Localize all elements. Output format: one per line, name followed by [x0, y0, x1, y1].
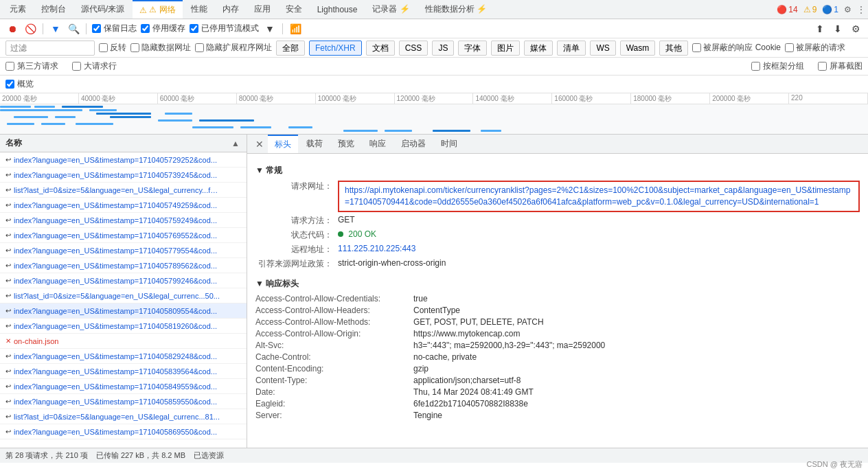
tab-timing[interactable]: 时间 — [434, 135, 464, 153]
warning-badge: ⚠ 9 — [803, 5, 817, 14]
tick-9: 180000 毫秒 — [631, 93, 710, 104]
tab-memory[interactable]: 内存 — [216, 0, 246, 19]
img-filter-btn[interactable]: 图片 — [491, 41, 520, 56]
toolbar-divider-2 — [86, 23, 87, 34]
main-area: 名称 ▲ ↩ index?language=en_US&timestamp=17… — [0, 135, 868, 448]
tab-application[interactable]: 应用 — [247, 0, 277, 19]
tab-lighthouse[interactable]: Lighthouse — [310, 0, 365, 19]
tick-11: 220 — [789, 93, 868, 104]
list-item[interactable]: ↩ index?language=en_US&timestamp=1710405… — [0, 364, 247, 379]
upload-icon[interactable]: ⬆ — [813, 22, 827, 36]
list-item[interactable]: ↩ index?language=en_US&timestamp=1710405… — [0, 198, 247, 213]
other-filter-btn[interactable]: 其他 — [659, 41, 688, 56]
search-icon[interactable]: 🔍 — [67, 22, 80, 36]
tab-response[interactable]: 响应 — [363, 135, 393, 153]
waterfall-chart — [0, 104, 868, 135]
screenshot-checkbox[interactable]: 屏幕截图 — [818, 60, 863, 72]
preserve-log-checkbox[interactable]: 保留日志 — [92, 23, 137, 34]
request-icon: ↩ — [5, 216, 11, 224]
doc-filter-btn[interactable]: 文档 — [366, 41, 395, 56]
list-item[interactable]: ↩ index?language=en_US&timestamp=1710405… — [0, 319, 247, 334]
tab-elements[interactable]: 元素 — [3, 0, 33, 19]
blocked-requests-checkbox[interactable]: 被屏蔽的请求 — [785, 42, 845, 54]
blocked-cookies-checkbox[interactable]: 被屏蔽的响应 Cookie — [692, 42, 781, 54]
tab-payload[interactable]: 载荷 — [299, 135, 330, 153]
third-party-checkbox[interactable]: 第三方请求 — [5, 60, 58, 72]
request-list-panel: 名称 ▲ ↩ index?language=en_US&timestamp=17… — [0, 135, 247, 448]
tab-preview[interactable]: 预览 — [331, 135, 361, 153]
tab-network[interactable]: ⚠ ⚠ 网络 — [133, 0, 182, 19]
css-filter-btn[interactable]: CSS — [399, 41, 429, 56]
list-item[interactable]: ↩ index?language=en_US&timestamp=1710405… — [0, 394, 247, 409]
settings-icon[interactable]: ⚙ — [844, 5, 852, 14]
svg-rect-11 — [199, 119, 254, 122]
list-item[interactable]: ↩ index?language=en_US&timestamp=1710405… — [0, 213, 247, 228]
record-button[interactable]: ⏺ — [5, 22, 19, 36]
list-item[interactable]: ↩ index?language=en_US&timestamp=1710405… — [0, 258, 247, 273]
list-item[interactable]: ↩ list?last_id=0&size=5&language=en_US&l… — [0, 409, 247, 424]
filter-input[interactable] — [5, 41, 95, 56]
wasm-filter-btn[interactable]: Wasm — [620, 41, 656, 56]
list-item[interactable]: ↩ list?last_id=0&size=5&language=en_US&l… — [0, 183, 247, 198]
font-filter-btn[interactable]: 字体 — [458, 41, 487, 56]
clear-filter-btn[interactable]: 清单 — [557, 41, 586, 56]
download-icon[interactable]: ⬇ — [831, 22, 845, 36]
filter-icon[interactable]: ▼ — [49, 22, 62, 36]
tab-sources[interactable]: 源代码/来源 — [74, 0, 131, 19]
general-section-header[interactable]: ▼ 常规 — [255, 165, 860, 176]
wifi-icon[interactable]: 📶 — [288, 22, 302, 36]
disable-cache-checkbox[interactable]: 停用缓存 — [141, 23, 185, 34]
throttle-dropdown[interactable]: ▼ — [263, 22, 277, 36]
settings2-icon[interactable]: ⚙ — [849, 22, 863, 36]
hide-data-urls-checkbox[interactable]: 隐藏数据网址 — [130, 42, 191, 54]
hide-ext-urls-checkbox[interactable]: 隐藏扩展程序网址 — [195, 42, 272, 54]
svg-rect-15 — [192, 126, 233, 128]
list-item[interactable]: ↩ index?language=en_US&timestamp=1710405… — [0, 349, 247, 364]
tick-5: 100000 毫秒 — [316, 93, 395, 104]
request-icon: ↩ — [5, 292, 11, 299]
network-warn-icon: ⚠ — [139, 5, 147, 15]
list-item[interactable]: ↩ index?language=en_US&timestamp=1710405… — [0, 243, 247, 258]
media-filter-btn[interactable]: 媒体 — [524, 41, 553, 56]
list-item-error[interactable]: ✕ on-chain.json — [0, 334, 247, 349]
toolbar-divider-1 — [43, 23, 43, 34]
tab-headers[interactable]: 标头 — [268, 135, 298, 153]
group-by-frame-checkbox[interactable]: 按框架分组 — [751, 60, 804, 72]
request-icon: ↩ — [5, 413, 11, 420]
tab-initiator[interactable]: 启动器 — [394, 135, 433, 153]
ws-filter-btn[interactable]: WS — [590, 41, 615, 56]
csdn-watermark: CSDN @ 夜无寤 — [807, 459, 863, 463]
list-item[interactable]: ↩ index?language=en_US&timestamp=1710405… — [0, 379, 247, 394]
overview-checkbox[interactable]: 概览 — [5, 78, 34, 90]
resp-header-10: Server: Tengine — [255, 411, 860, 420]
referrer-policy-label: 引荐来源网址政策： — [255, 258, 338, 270]
tab-performance-insights[interactable]: 性能数据分析 ⚡ — [418, 0, 494, 19]
list-item[interactable]: ↩ index?language=en_US&timestamp=1710405… — [0, 273, 247, 288]
list-item[interactable]: ↩ list?last_id=0&size=5&language=en_US&l… — [0, 288, 247, 303]
more-icon[interactable]: ⋮ — [857, 5, 865, 14]
close-detail-button[interactable]: ✕ — [253, 137, 266, 151]
request-icon: ↩ — [5, 428, 11, 435]
reverse-checkbox[interactable]: 反转 — [99, 42, 126, 54]
js-filter-btn[interactable]: JS — [432, 41, 454, 56]
all-filter-btn[interactable]: 全部 — [276, 41, 305, 56]
tab-console[interactable]: 控制台 — [34, 0, 73, 19]
list-item[interactable]: ↩ index?language=en_US&timestamp=1710405… — [0, 424, 247, 439]
list-item[interactable]: ↩ index?language=en_US&timestamp=1710405… — [0, 152, 247, 168]
request-url-value[interactable]: https://api.mytokenapi.com/ticker/curren… — [338, 181, 860, 212]
list-item-selected[interactable]: ↩ index?language=en_US&timestamp=1710405… — [0, 303, 247, 319]
list-item[interactable]: ↩ index?language=en_US&timestamp=1710405… — [0, 228, 247, 243]
fetch-xhr-filter-btn[interactable]: Fetch/XHR — [309, 41, 362, 56]
tab-security[interactable]: 安全 — [279, 0, 309, 19]
throttle-checkbox[interactable]: 已停用节流模式 — [190, 23, 259, 34]
request-list[interactable]: ↩ index?language=en_US&timestamp=1710405… — [0, 152, 247, 448]
response-headers-section-header[interactable]: ▼ 响应标头 — [255, 278, 860, 290]
options-toolbar: 第三方请求 大请求行 按框架分组 屏幕截图 — [0, 58, 868, 76]
request-icon: ↩ — [5, 201, 11, 209]
list-item[interactable]: ↩ index?language=en_US&timestamp=1710405… — [0, 168, 247, 183]
tab-recorder[interactable]: 记录器 ⚡ — [365, 0, 416, 19]
tab-performance[interactable]: 性能 — [184, 0, 214, 19]
sort-icon[interactable]: ▲ — [230, 139, 241, 148]
large-rows-checkbox[interactable]: 大请求行 — [72, 60, 117, 72]
clear-button[interactable]: 🚫 — [23, 22, 37, 36]
